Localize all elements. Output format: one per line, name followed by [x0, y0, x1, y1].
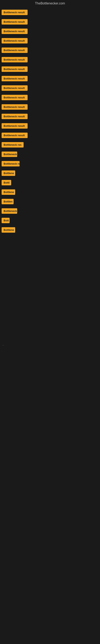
bottom-gap-15 [0, 460, 100, 468]
bottom-gap-14 [0, 452, 100, 460]
bottleneck-badge[interactable]: Bottleneck [1, 208, 17, 214]
list-item: Bottlene [1, 226, 99, 234]
bottleneck-badge[interactable]: Bottleneck result [1, 85, 28, 91]
list-item: Bottl [1, 179, 99, 186]
bottleneck-badge[interactable]: Bottleneck result [1, 57, 28, 62]
bottleneck-badge[interactable]: Bottl [1, 180, 11, 185]
bottleneck-badge[interactable]: Bottlene [1, 227, 15, 233]
bottleneck-badge[interactable]: Bottleneck result [1, 66, 28, 72]
bottom-gap-6 [0, 388, 100, 396]
bottleneck-badge[interactable]: Bottleneck result [1, 76, 28, 81]
bottom-gap-9 [0, 412, 100, 420]
bottom-gap-1 [0, 348, 100, 356]
gap-section-2 [0, 244, 100, 252]
footer-dot-container: ... [0, 341, 100, 348]
bottleneck-list: Bottleneck resultBottleneck resultBottle… [0, 8, 100, 236]
bottleneck-badge[interactable]: Bottleneck result [1, 48, 28, 53]
bottom-gap-3 [0, 364, 100, 372]
bottom-gap-12 [0, 436, 100, 444]
list-item: Bottleneck [1, 150, 99, 158]
bottleneck-badge[interactable]: Bottleneck re [1, 161, 20, 166]
gap-section-8 [0, 292, 100, 301]
list-item: Bottleneck re [1, 160, 99, 168]
list-item: Bottleneck result [1, 37, 99, 45]
gap-section [0, 236, 100, 244]
bottom-gap-13 [0, 444, 100, 452]
bottleneck-badge[interactable]: Bottleneck [1, 152, 17, 157]
footer-dot: ... [1, 343, 5, 346]
list-item: Bottlene [1, 169, 99, 177]
bottleneck-badge[interactable]: Bottlene [1, 170, 15, 176]
bottom-gap-8 [0, 404, 100, 412]
list-item: Bottleneck [1, 207, 99, 215]
list-item: Bottleneck result [1, 122, 99, 130]
bottom-gap-7 [0, 396, 100, 404]
list-item: Bottleneck result [1, 75, 99, 82]
bottleneck-badge[interactable]: Bottleneck result [1, 104, 28, 110]
gap-section-12 [0, 325, 100, 333]
bottleneck-badge[interactable]: Bott [1, 218, 10, 223]
list-item: Bottleneck result [1, 103, 99, 111]
bottom-gap-4 [0, 372, 100, 380]
gap-section-11 [0, 317, 100, 325]
bottleneck-badge[interactable]: Bottlen [1, 199, 14, 204]
list-item: Bottleneck result [1, 8, 99, 16]
list-item: Bottleneck res [1, 141, 99, 149]
gap-section-9 [0, 301, 100, 309]
list-item: Bottleneck result [1, 132, 99, 139]
bottleneck-badge[interactable]: Bottleneck result [1, 123, 28, 128]
bottleneck-badge[interactable]: Bottleneck result [1, 114, 28, 119]
gap-section-13 [0, 333, 100, 341]
list-item: Bottlene [1, 188, 99, 196]
list-item: Bottleneck result [1, 65, 99, 73]
bottleneck-badge[interactable]: Bottleneck result [1, 10, 28, 15]
bottleneck-badge[interactable]: Bottleneck res [1, 142, 24, 148]
list-item: Bott [1, 216, 99, 224]
bottom-gap-11 [0, 428, 100, 436]
bottleneck-badge[interactable]: Bottleneck result [1, 132, 28, 138]
list-item: Bottleneck result [1, 56, 99, 64]
gap-section-4 [0, 260, 100, 268]
site-title: TheBottlenecker.com [0, 0, 100, 8]
bottom-gap-5 [0, 380, 100, 388]
bottleneck-badge[interactable]: Bottleneck result [1, 28, 28, 34]
list-item: Bottleneck result [1, 112, 99, 120]
gap-section-3 [0, 252, 100, 260]
list-item: Bottleneck result [1, 18, 99, 26]
bottleneck-badge[interactable]: Bottleneck result [1, 19, 28, 24]
bottleneck-badge[interactable]: Bottleneck result [1, 38, 28, 44]
bottleneck-badge[interactable]: Bottleneck result [1, 95, 28, 100]
list-item: Bottleneck result [1, 84, 99, 92]
bottom-gap-2 [0, 356, 100, 364]
list-item: Bottlen [1, 198, 99, 206]
bottleneck-badge[interactable]: Bottlene [1, 190, 15, 195]
bottom-gap-10 [0, 420, 100, 428]
list-item: Bottleneck result [1, 46, 99, 54]
list-item: Bottleneck result [1, 94, 99, 102]
gap-section-5 [0, 268, 100, 276]
list-item: Bottleneck result [1, 27, 99, 35]
gap-section-7 [0, 284, 100, 292]
gap-section-6 [0, 276, 100, 284]
gap-section-10 [0, 309, 100, 317]
